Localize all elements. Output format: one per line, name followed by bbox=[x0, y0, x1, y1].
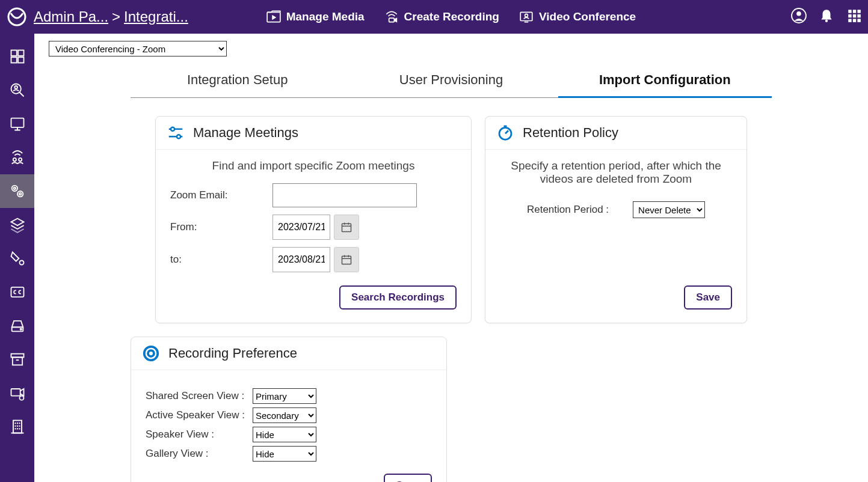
app-logo-icon[interactable] bbox=[5, 0, 29, 34]
speaker-view-label: Speaker View : bbox=[146, 429, 253, 441]
grid-icon bbox=[9, 48, 26, 65]
sidebar-item-settings[interactable] bbox=[0, 174, 34, 208]
main-content: Video Conferencing - Zoom Integration Se… bbox=[34, 34, 868, 482]
sidebar-item-organization[interactable] bbox=[0, 410, 34, 444]
archive-icon bbox=[9, 351, 26, 368]
sidebar-item-display[interactable] bbox=[0, 107, 34, 141]
gallery-view-label: Gallery View : bbox=[146, 448, 253, 460]
sidebar-item-theme[interactable] bbox=[0, 242, 34, 275]
search-user-icon bbox=[9, 82, 26, 99]
speaker-view-select[interactable]: Hide bbox=[253, 427, 316, 442]
camera-gear-icon bbox=[9, 385, 26, 401]
users-wifi-icon bbox=[9, 149, 26, 166]
svg-point-29 bbox=[19, 193, 20, 195]
user-profile-icon[interactable] bbox=[791, 8, 807, 26]
zoom-email-label: Zoom Email: bbox=[170, 189, 272, 201]
retention-period-label: Retention Period : bbox=[527, 204, 609, 216]
from-date-label: From: bbox=[170, 221, 272, 233]
svg-point-7 bbox=[825, 20, 828, 22]
top-bar: Admin Pa... > Integrati... Manage Media … bbox=[0, 0, 868, 34]
active-speaker-select[interactable]: Secondary bbox=[253, 407, 316, 423]
sidebar-item-groups[interactable] bbox=[0, 141, 34, 174]
svg-rect-13 bbox=[857, 14, 860, 17]
svg-point-44 bbox=[144, 347, 158, 361]
breadcrumb: Admin Pa... > Integrati... bbox=[34, 8, 188, 25]
svg-rect-8 bbox=[848, 10, 851, 13]
svg-rect-14 bbox=[848, 19, 851, 22]
integration-select[interactable]: Video Conferencing - Zoom bbox=[49, 41, 227, 56]
calendar-icon bbox=[340, 221, 352, 233]
sidebar-item-dashboard[interactable] bbox=[0, 40, 34, 73]
from-date-picker-button[interactable] bbox=[334, 215, 359, 240]
sidebar-item-captions[interactable] bbox=[0, 275, 34, 309]
retention-policy-card: Retention Policy Specify a retention per… bbox=[485, 116, 747, 323]
breadcrumb-separator: > bbox=[112, 8, 120, 25]
recording-pref-save-button[interactable]: Save bbox=[384, 474, 432, 482]
nav-label: Create Recording bbox=[404, 10, 499, 23]
tab-integration-setup[interactable]: Integration Setup bbox=[131, 63, 344, 98]
tabs: Integration Setup User Provisioning Impo… bbox=[131, 63, 772, 98]
sliders-icon bbox=[167, 124, 185, 142]
record-circle-icon bbox=[142, 344, 160, 362]
building-icon bbox=[9, 418, 26, 435]
svg-rect-20 bbox=[18, 57, 23, 63]
card-title: Manage Meetings bbox=[193, 125, 298, 141]
svg-rect-16 bbox=[857, 19, 860, 22]
svg-rect-9 bbox=[853, 10, 856, 13]
nav-label: Manage Media bbox=[286, 10, 365, 23]
shared-screen-label: Shared Screen View : bbox=[146, 390, 253, 402]
card-title: Retention Policy bbox=[523, 125, 618, 141]
tab-user-provisioning[interactable]: User Provisioning bbox=[344, 63, 558, 98]
svg-rect-2 bbox=[389, 18, 394, 22]
svg-rect-17 bbox=[11, 50, 16, 56]
apps-grid-icon[interactable] bbox=[846, 8, 862, 26]
to-date-input[interactable] bbox=[272, 247, 330, 272]
zoom-email-input[interactable] bbox=[272, 183, 417, 207]
top-nav: Manage Media Create Recording Video Conf… bbox=[266, 9, 636, 25]
notifications-bell-icon[interactable] bbox=[819, 8, 834, 26]
nav-create-recording[interactable]: Create Recording bbox=[384, 9, 499, 25]
svg-point-6 bbox=[796, 11, 801, 16]
sidebar-item-storage[interactable] bbox=[0, 309, 34, 343]
nav-label: Video Conference bbox=[539, 10, 636, 23]
to-date-label: to: bbox=[170, 254, 272, 266]
svg-rect-19 bbox=[11, 57, 16, 63]
svg-rect-12 bbox=[853, 14, 856, 17]
search-recordings-button[interactable]: Search Recordings bbox=[339, 285, 457, 310]
retention-subtitle: Specify a retention period, after which … bbox=[500, 159, 732, 186]
nav-video-conference[interactable]: Video Conference bbox=[519, 9, 636, 25]
breadcrumb-admin-link[interactable]: Admin Pa... bbox=[34, 8, 108, 25]
svg-rect-42 bbox=[342, 256, 351, 264]
svg-rect-36 bbox=[11, 389, 20, 396]
gears-icon bbox=[9, 183, 26, 200]
gallery-view-select[interactable]: Hide bbox=[253, 446, 316, 462]
svg-point-4 bbox=[525, 14, 528, 17]
svg-point-40 bbox=[177, 135, 180, 138]
layers-icon bbox=[9, 216, 26, 233]
active-speaker-label: Active Speaker View : bbox=[146, 409, 253, 421]
svg-rect-31 bbox=[11, 287, 23, 297]
calendar-icon bbox=[340, 254, 352, 266]
retention-period-select[interactable]: Never Delete bbox=[633, 201, 705, 218]
svg-rect-10 bbox=[857, 10, 860, 13]
svg-rect-41 bbox=[342, 224, 351, 231]
tab-import-configuration[interactable]: Import Configuration bbox=[558, 63, 772, 98]
cc-icon bbox=[9, 284, 26, 300]
svg-rect-11 bbox=[848, 14, 851, 17]
sidebar-item-recorder[interactable] bbox=[0, 376, 34, 410]
svg-point-39 bbox=[171, 127, 174, 131]
sidebar-item-search[interactable] bbox=[0, 73, 34, 107]
nav-manage-media[interactable]: Manage Media bbox=[266, 9, 365, 25]
sidebar-item-archive[interactable] bbox=[0, 343, 34, 376]
to-date-picker-button[interactable] bbox=[334, 247, 359, 272]
manage-meetings-card: Manage Meetings Find and import specific… bbox=[155, 116, 472, 323]
drive-icon bbox=[9, 317, 26, 334]
paint-icon bbox=[9, 250, 26, 267]
shared-screen-select[interactable]: Primary bbox=[253, 388, 316, 404]
retention-save-button[interactable]: Save bbox=[684, 285, 732, 310]
from-date-input[interactable] bbox=[272, 215, 330, 240]
breadcrumb-current-link[interactable]: Integrati... bbox=[124, 8, 188, 25]
sidebar-item-layers[interactable] bbox=[0, 208, 34, 242]
svg-rect-15 bbox=[853, 19, 856, 22]
monitor-icon bbox=[9, 115, 26, 132]
